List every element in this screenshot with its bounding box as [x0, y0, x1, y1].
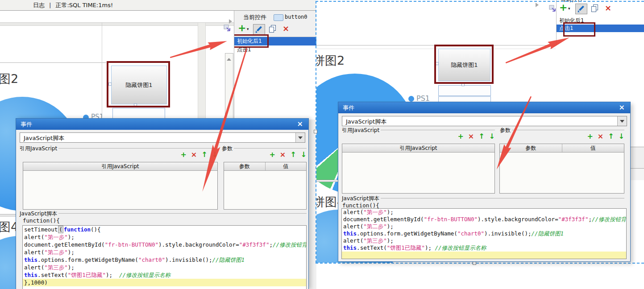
code-line: alert("第一步");: [23, 233, 306, 241]
code-line: this.options.form.getWidgetByName("chart…: [23, 256, 306, 264]
toolbar-band: [0, 11, 234, 23]
status-bar: 日志|正常:SQL TIME:1ms!: [0, 0, 316, 11]
down-icon[interactable]: ↓: [301, 151, 307, 159]
reference-toolbar: +×↑↓: [440, 132, 495, 140]
event-type-value: JavaScript脚本: [346, 118, 386, 126]
dropdown-button[interactable]: [295, 133, 305, 142]
code-line: document.getElementById("fr-btn-BUTTON0"…: [342, 216, 626, 223]
code-line: alert("第三步");: [342, 237, 626, 244]
code-line: alert("第二步");: [342, 223, 626, 230]
chart-widget-outline[interactable]: [438, 85, 491, 96]
layout-guide-line: [316, 45, 556, 45]
event-list-item[interactable]: 点击1: [234, 45, 316, 54]
selection-handle[interactable]: [473, 261, 476, 265]
add-icon[interactable]: +: [587, 132, 593, 140]
resize-handle[interactable]: [134, 103, 137, 107]
resize-handle[interactable]: [108, 83, 112, 86]
edit-event-button[interactable]: [253, 24, 265, 35]
selection-handle[interactable]: [314, 130, 317, 133]
params-toolbar: +×↑↓: [570, 132, 624, 140]
right-properties-panel: 当前控件 + ▾ × 初始化后1点击1: [556, 0, 644, 45]
remove-icon[interactable]: ×: [598, 132, 603, 140]
layout-guide-line: [102, 23, 102, 117]
reference-toolbar: +×↑↓: [163, 151, 218, 159]
pencil-icon: [578, 6, 585, 12]
close-icon[interactable]: ×: [297, 120, 303, 128]
add-event-button[interactable]: +: [238, 22, 246, 33]
close-icon[interactable]: ×: [619, 103, 625, 111]
code-line: [342, 252, 626, 259]
function-head: function(){: [23, 217, 60, 224]
add-event-button[interactable]: +: [559, 2, 567, 13]
widget-name: button0: [285, 14, 307, 20]
script-editor[interactable]: setTimeout(function(){alert("第一步");docum…: [22, 225, 307, 289]
event-type-value: JavaScript脚本: [24, 134, 64, 142]
code-line: this.options.form.getWidgetByName("chart…: [342, 230, 626, 237]
event-list-item[interactable]: 初始化后1: [234, 37, 316, 45]
dropdown-button[interactable]: [617, 116, 627, 126]
delete-event-button[interactable]: ×: [605, 3, 611, 12]
group-label: 参数: [220, 145, 234, 153]
function-head: function(){: [342, 202, 379, 209]
selection-dashed-border: [316, 1, 644, 2]
remove-icon[interactable]: ×: [280, 151, 286, 159]
resize-handle[interactable]: [461, 83, 465, 86]
down-icon[interactable]: ↓: [489, 132, 495, 140]
panel-collapse-icon[interactable]: [229, 19, 232, 24]
scroll-up-icon[interactable]: [227, 58, 231, 61]
panel-collapse-icon[interactable]: [536, 3, 539, 7]
add-icon[interactable]: +: [180, 151, 186, 159]
down-icon[interactable]: ↓: [212, 151, 218, 159]
up-icon[interactable]: ↑: [201, 151, 207, 159]
delete-event-button[interactable]: ×: [283, 24, 289, 33]
params-table[interactable]: 参数 值: [499, 144, 624, 194]
dialog-titlebar[interactable]: 事件 ×: [16, 119, 308, 130]
edit-event-button[interactable]: [575, 4, 587, 14]
params-table[interactable]: 参数 值: [224, 162, 307, 210]
chevron-down-icon[interactable]: ▾: [568, 6, 570, 11]
down-icon[interactable]: ↓: [619, 132, 624, 140]
event-list-item[interactable]: 点击1: [557, 25, 644, 32]
copy-event-button[interactable]: [269, 25, 275, 34]
layout-guide-line: [0, 62, 106, 63]
widget-smart-tag-icon[interactable]: [549, 5, 557, 13]
group-label: JavaScript脚本: [341, 195, 381, 202]
table-header: 引用JavaScript: [342, 144, 494, 153]
dialog-titlebar[interactable]: 事件 ×: [338, 102, 630, 113]
remove-icon[interactable]: ×: [468, 132, 474, 140]
event-toolbar: + ▾ ×: [234, 24, 316, 37]
group-border: [499, 130, 624, 130]
up-icon[interactable]: ↑: [608, 132, 614, 140]
up-icon[interactable]: ↑: [478, 132, 484, 140]
event-type-dropdown[interactable]: JavaScript脚本: [342, 116, 627, 126]
current-widget-label: 当前控件: [243, 13, 266, 21]
add-icon[interactable]: +: [269, 151, 275, 159]
copy-event-button[interactable]: [591, 4, 598, 13]
chevron-down-icon: [620, 120, 624, 123]
table-header: 参数 值: [500, 144, 624, 153]
group-label: 引用JavaScript: [341, 127, 381, 134]
event-list: 初始化后1点击1: [557, 17, 644, 45]
code-line: this.setText("饼图1已隐藏"); //修改按钮显示名称: [23, 271, 306, 279]
dialog-title: 事件: [21, 120, 32, 128]
widget-smart-tag-icon[interactable]: [224, 25, 232, 33]
background-panel-row: [630, 169, 644, 180]
event-type-dropdown[interactable]: JavaScript脚本: [20, 132, 305, 143]
hide-pie-button-widget[interactable]: 隐藏饼图1: [111, 66, 167, 104]
event-list-item[interactable]: 初始化后1: [557, 17, 644, 25]
resize-handle[interactable]: [436, 62, 439, 65]
add-icon[interactable]: +: [457, 132, 463, 140]
chart-widget-outline[interactable]: [112, 108, 165, 119]
params-toolbar: +×↑↓: [252, 151, 307, 159]
script-editor[interactable]: alert("第一步");document.getElementById("fr…: [341, 208, 627, 259]
event-dialog: 事件 × JavaScript脚本 引用JavaScript +×↑↓ 引用Ja…: [16, 118, 309, 289]
copy-icon: [269, 25, 275, 32]
up-icon[interactable]: ↑: [290, 151, 296, 159]
reference-js-table[interactable]: 引用JavaScript: [342, 144, 495, 194]
selection-dashed-border: [316, 263, 644, 264]
hide-pie-button-widget[interactable]: 隐藏饼图1: [438, 49, 490, 81]
chevron-down-icon[interactable]: ▾: [247, 27, 249, 31]
code-line: alert("第三步");: [23, 264, 306, 271]
remove-icon[interactable]: ×: [191, 151, 197, 159]
reference-js-table[interactable]: 引用JavaScript: [23, 162, 218, 210]
